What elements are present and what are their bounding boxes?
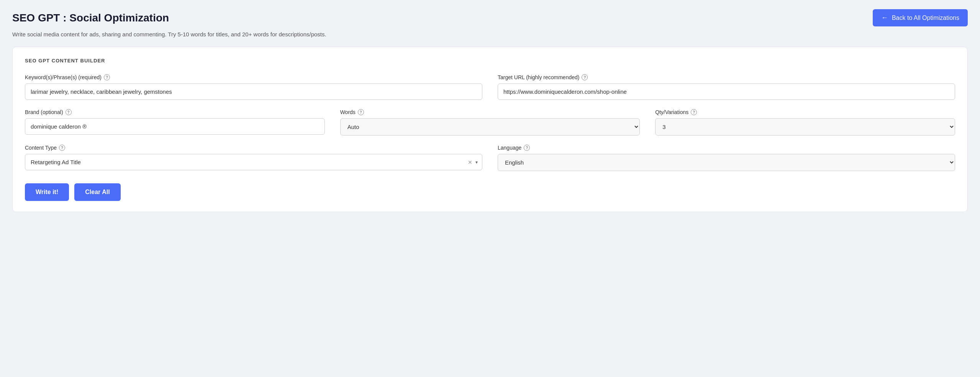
language-help-icon: ? <box>524 145 530 151</box>
words-label: Words ? <box>340 109 640 115</box>
brand-label: Brand (optional) ? <box>25 109 325 115</box>
buttons-row: Write it! Clear All <box>25 183 955 201</box>
brand-field: Brand (optional) ? <box>25 109 325 135</box>
write-it-button[interactable]: Write it! <box>25 183 69 201</box>
form-middle-row: Brand (optional) ? Words ? Auto Qty/Vari… <box>25 109 955 135</box>
target-url-input[interactable] <box>498 83 955 100</box>
target-url-field: Target URL (highly recommended) ? <box>498 74 955 100</box>
brand-help-icon: ? <box>66 109 72 115</box>
back-arrow-icon: ← <box>881 14 888 22</box>
content-type-clear-icon[interactable]: ✕ <box>468 159 472 165</box>
keywords-label: Keyword(s)/Phrase(s) (required) ? <box>25 74 482 80</box>
page-title: SEO GPT : Social Optimization <box>12 12 169 24</box>
content-type-help-icon: ? <box>59 145 65 151</box>
clear-all-button[interactable]: Clear All <box>74 183 120 201</box>
form-bottom-row: Content Type ? ✕ ▾ Language ? English <box>25 145 955 171</box>
form-top-row: Keyword(s)/Phrase(s) (required) ? Target… <box>25 74 955 100</box>
back-button[interactable]: ← Back to All Optimizations <box>873 9 968 26</box>
keywords-help-icon: ? <box>104 74 110 80</box>
header-row: SEO GPT : Social Optimization ← Back to … <box>12 9 968 26</box>
keywords-input[interactable] <box>25 83 482 100</box>
qty-select[interactable]: 3 <box>655 118 955 135</box>
language-select[interactable]: English <box>498 154 955 171</box>
words-field: Words ? Auto <box>340 109 640 135</box>
language-field: Language ? English <box>498 145 955 171</box>
content-type-chevron-icon[interactable]: ▾ <box>475 160 478 165</box>
content-builder-card: SEO GPT CONTENT BUILDER Keyword(s)/Phras… <box>12 47 968 212</box>
keywords-field: Keyword(s)/Phrase(s) (required) ? <box>25 74 482 100</box>
content-type-field: Content Type ? ✕ ▾ <box>25 145 482 171</box>
content-type-label: Content Type ? <box>25 145 482 151</box>
section-title: SEO GPT CONTENT BUILDER <box>25 58 955 64</box>
content-type-input[interactable] <box>25 154 482 170</box>
target-url-help-icon: ? <box>582 74 588 80</box>
words-help-icon: ? <box>358 109 364 115</box>
qty-field: Qty/Variations ? 3 <box>655 109 955 135</box>
brand-input[interactable] <box>25 118 325 135</box>
words-select[interactable]: Auto <box>340 118 640 135</box>
language-label: Language ? <box>498 145 955 151</box>
page-subtitle: Write social media content for ads, shar… <box>12 31 968 38</box>
qty-label: Qty/Variations ? <box>655 109 955 115</box>
content-type-wrapper: ✕ ▾ <box>25 154 482 170</box>
back-button-label: Back to All Optimizations <box>892 15 959 21</box>
target-url-label: Target URL (highly recommended) ? <box>498 74 955 80</box>
qty-help-icon: ? <box>691 109 697 115</box>
